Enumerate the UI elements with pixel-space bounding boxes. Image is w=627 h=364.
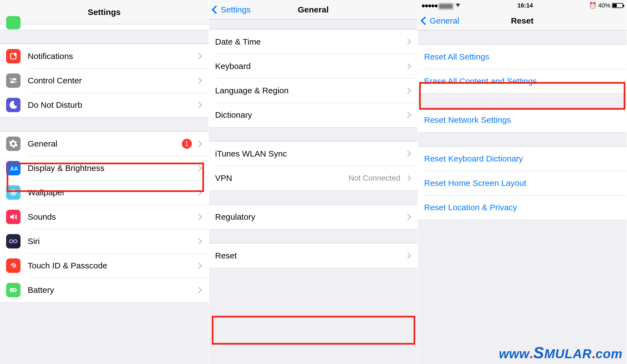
row-erase-all[interactable]: Erase All Content and Settings [418, 69, 626, 93]
battery-icon [6, 283, 21, 297]
dnd-icon [6, 98, 21, 112]
back-button[interactable]: General [420, 11, 459, 30]
battery-icon [612, 3, 623, 8]
row-label: Control Center [28, 76, 195, 85]
group-spacer [209, 191, 417, 204]
svg-point-5 [14, 81, 16, 83]
row-reset-keyboard-dict[interactable]: Reset Keyboard Dictionary [418, 147, 626, 171]
chevron-right-icon [405, 175, 411, 181]
chevron-right-icon [405, 112, 411, 118]
row-dictionary[interactable]: Dictionary [209, 103, 417, 127]
chevron-right-icon [196, 53, 202, 60]
row-general[interactable]: General 1 [0, 132, 208, 156]
row-label: Dictionary [215, 110, 404, 120]
row-touchid[interactable]: Touch ID & Passcode [0, 253, 208, 278]
group-spacer [0, 117, 208, 131]
chevron-left-icon [211, 5, 220, 14]
settings-group-2: General 1 AA Display & Brightness Wallpa… [0, 131, 208, 303]
row-label: Sounds [28, 212, 195, 222]
group-spacer [418, 94, 626, 107]
row-reset-location-privacy[interactable]: Reset Location & Privacy [418, 195, 626, 220]
chevron-right-icon [405, 88, 411, 94]
wifi-icon [455, 2, 461, 9]
group-spacer [418, 132, 626, 146]
chevron-right-icon [196, 263, 202, 269]
back-button[interactable]: Settings [211, 0, 251, 19]
row-label: Wallpaper [28, 188, 195, 197]
row-vpn[interactable]: VPN Not Connected [209, 166, 417, 190]
svg-point-1 [14, 53, 17, 56]
navbar: General Reset [418, 11, 626, 30]
row-wallpaper[interactable]: Wallpaper [0, 180, 208, 205]
chevron-right-icon [196, 102, 202, 108]
back-label: Settings [221, 5, 251, 14]
chevron-right-icon [196, 189, 202, 196]
row-label: Battery [28, 285, 195, 295]
row-date-time[interactable]: Date & Time [209, 30, 417, 54]
row-label: Language & Region [215, 86, 404, 95]
row-label: Display & Brightness [28, 163, 195, 173]
row-notifications[interactable]: Notifications [0, 44, 208, 68]
row-dnd[interactable]: Do Not Disturb [0, 93, 208, 117]
chevron-right-icon [405, 253, 411, 259]
general-group-2: iTunes WLAN Sync VPN Not Connected [209, 141, 417, 191]
row-battery[interactable]: Battery [0, 278, 208, 302]
chevron-right-icon [196, 78, 202, 84]
general-group-4: Reset [209, 243, 417, 268]
row-sounds[interactable]: Sounds [0, 205, 208, 229]
row-label: Touch ID & Passcode [28, 261, 195, 270]
row-label: Date & Time [215, 37, 404, 47]
row-control-center[interactable]: Control Center [0, 68, 208, 93]
row-itunes-wlan[interactable]: iTunes WLAN Sync [209, 142, 417, 166]
control-center-icon [6, 73, 21, 88]
nav-title: General [298, 5, 329, 14]
partial-row [0, 24, 208, 30]
row-reset-all-settings[interactable]: Reset All Settings [418, 45, 626, 69]
status-time: 16:14 [518, 2, 533, 9]
row-display[interactable]: AA Display & Brightness [0, 156, 208, 180]
row-label: Reset All Settings [424, 52, 620, 61]
row-label: Do Not Disturb [28, 100, 195, 110]
reset-group-2: Reset Network Settings [418, 107, 626, 132]
group-spacer [209, 19, 417, 29]
svg-rect-11 [16, 289, 17, 291]
row-label: Reset Home Screen Layout [424, 178, 620, 188]
panel-reset: ●●●●● ▆▆▆ 16:14 ⏰ 40% General Reset Rese… [418, 0, 627, 364]
row-siri[interactable]: Siri [0, 229, 208, 253]
chevron-right-icon [405, 39, 411, 45]
panel-general: Settings General Date & Time Keyboard La… [209, 0, 418, 364]
svg-point-9 [13, 192, 14, 193]
svg-rect-12 [11, 289, 14, 291]
row-label: Notifications [28, 52, 195, 61]
chevron-right-icon [196, 238, 202, 245]
row-keyboard[interactable]: Keyboard [209, 54, 417, 78]
row-reset-network[interactable]: Reset Network Settings [418, 108, 626, 132]
chevron-right-icon [405, 151, 411, 157]
chevron-right-icon [196, 141, 202, 147]
row-label: General [28, 139, 182, 148]
status-bar: ●●●●● ▆▆▆ 16:14 ⏰ 40% [418, 0, 626, 11]
row-label: iTunes WLAN Sync [215, 149, 404, 158]
wallpaper-icon [6, 185, 21, 200]
signal-icon: ●●●●● [421, 2, 437, 9]
row-reset[interactable]: Reset [209, 243, 417, 268]
svg-text:AA: AA [10, 166, 18, 172]
row-reset-home-layout[interactable]: Reset Home Screen Layout [418, 171, 626, 195]
general-group-3: Regulatory [209, 204, 417, 229]
battery-percent: 40% [598, 2, 610, 9]
gear-icon [6, 137, 21, 151]
row-language-region[interactable]: Language & Region [209, 78, 417, 103]
badge: 1 [182, 139, 192, 149]
chevron-right-icon [405, 214, 411, 220]
group-spacer [418, 30, 626, 44]
highlight-reset [212, 316, 415, 345]
svg-point-4 [11, 78, 13, 80]
alarm-icon: ⏰ [589, 2, 597, 9]
nav-title: Reset [511, 16, 534, 25]
row-regulatory[interactable]: Regulatory [209, 205, 417, 229]
sounds-icon [6, 210, 21, 224]
group-spacer [209, 127, 417, 141]
group-spacer [0, 30, 208, 44]
back-label: General [430, 16, 459, 25]
row-detail: Not Connected [348, 174, 400, 183]
